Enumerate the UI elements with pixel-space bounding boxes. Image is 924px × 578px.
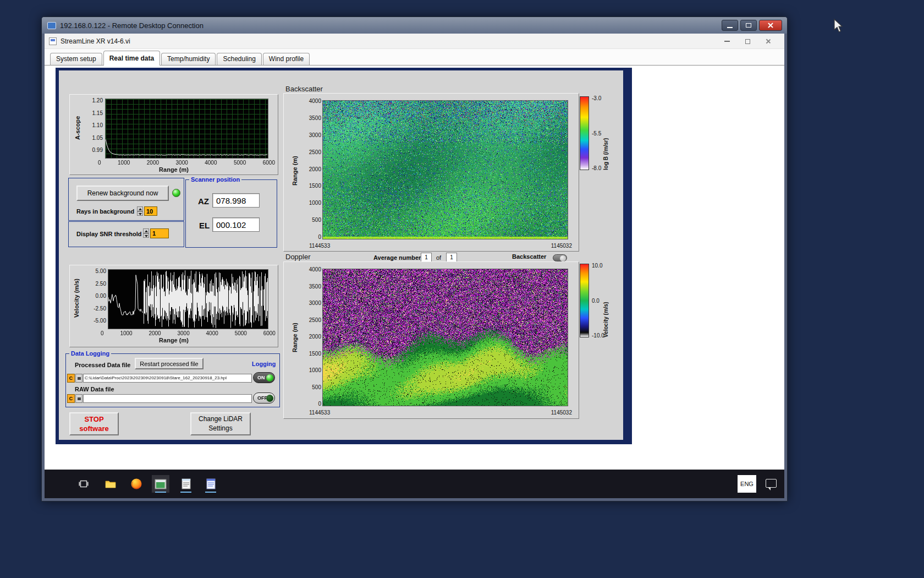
tick-label: 2500 bbox=[309, 149, 321, 155]
average-total-field[interactable]: 1 bbox=[446, 253, 457, 262]
change-line2: Settings bbox=[208, 424, 232, 433]
rdp-minimize-button[interactable] bbox=[722, 20, 738, 31]
tick-label: 2000 bbox=[147, 160, 159, 166]
tick-label: 0 bbox=[318, 401, 321, 407]
doppler-x-ticks: 1144533 1145032 bbox=[309, 410, 572, 416]
app-titlebar[interactable]: StreamLine XR v14-6.vi bbox=[45, 34, 784, 49]
ascope-x-ticks: 0 1000 2000 3000 4000 5000 6000 bbox=[98, 160, 275, 166]
tick-label: -5.00 bbox=[94, 318, 106, 324]
increment-button[interactable] bbox=[137, 206, 143, 211]
backscatter-title: Backscatter bbox=[285, 85, 323, 93]
app-maximize-icon[interactable] bbox=[745, 39, 750, 44]
tab-scheduling[interactable]: Scheduling bbox=[217, 53, 261, 65]
scan-scheduler-button[interactable] bbox=[177, 475, 195, 493]
tick-label: 3000 bbox=[309, 132, 321, 138]
minimize-icon bbox=[727, 27, 733, 28]
tick-label: 3000 bbox=[178, 330, 190, 336]
average-number-field[interactable]: 1 bbox=[421, 253, 432, 262]
tick-label: 0 bbox=[318, 234, 321, 240]
tick-label: 0 bbox=[98, 160, 101, 166]
velocity-x-axis-label: Range (m) bbox=[70, 337, 278, 343]
doppler-colorbar-label: Velocity (m/s) bbox=[603, 264, 609, 337]
tick-label: 3500 bbox=[309, 283, 321, 290]
display-snr-threshold-label: Display SNR threshold bbox=[76, 231, 142, 237]
rays-in-background-field[interactable]: 10 bbox=[144, 206, 157, 216]
logging-off-led bbox=[266, 395, 273, 402]
tick-label: 1000 bbox=[309, 367, 321, 373]
language-indicator[interactable]: ENG bbox=[738, 475, 756, 493]
streamline-app-icon bbox=[155, 479, 167, 489]
tick-label: 4000 bbox=[309, 98, 321, 104]
rdp-close-button[interactable] bbox=[759, 20, 782, 31]
tab-temp-humidity[interactable]: Temp/humidity bbox=[161, 53, 216, 65]
taskbar: ENG bbox=[45, 470, 784, 498]
tick-label: 1500 bbox=[309, 183, 321, 189]
app-content: A-scope 1.20 1.15 1.10 1.05 0.99 0 bbox=[45, 66, 784, 470]
renew-background-button[interactable]: Renew background now bbox=[76, 186, 169, 201]
processed-logging-toggle[interactable]: ON bbox=[253, 372, 275, 383]
raw-path-drive[interactable]: C bbox=[67, 394, 75, 403]
ascope-plot-panel: A-scope 1.20 1.15 1.10 1.05 0.99 0 bbox=[69, 94, 278, 175]
app-title: StreamLine XR v14-6.vi bbox=[61, 37, 130, 45]
tick-label: 3500 bbox=[309, 115, 321, 121]
active-app-indicator bbox=[155, 492, 166, 493]
tick-label: 2.50 bbox=[96, 281, 106, 287]
tick-label: -2.50 bbox=[94, 306, 106, 312]
tick-label: 2500 bbox=[309, 317, 321, 323]
tick-label: 5.00 bbox=[96, 268, 106, 274]
tick-label: 1000 bbox=[118, 160, 130, 166]
tick-label: 0 bbox=[101, 330, 104, 336]
tick-label: 1145032 bbox=[551, 410, 572, 416]
close-icon bbox=[767, 22, 774, 29]
processed-path-browse-icon[interactable] bbox=[75, 374, 82, 383]
raw-path-field[interactable] bbox=[83, 394, 252, 403]
backscatter-y-ticks: 4000 3500 3000 2500 2000 1500 1000 500 0 bbox=[302, 98, 321, 240]
az-field[interactable]: 078.998 bbox=[212, 193, 260, 208]
feedback-chat-icon[interactable] bbox=[766, 479, 777, 488]
tab-wind-profile[interactable]: Wind profile bbox=[263, 53, 310, 65]
tab-system-setup[interactable]: System setup bbox=[50, 53, 102, 65]
doppler-colorbar-group: 10.0 0.0 -10.0 Velocity (m/s) bbox=[580, 264, 619, 341]
file-explorer-button[interactable] bbox=[102, 475, 119, 493]
el-field[interactable]: 000.102 bbox=[212, 217, 260, 232]
logging-label: Logging bbox=[252, 361, 276, 367]
firefox-button[interactable] bbox=[128, 475, 145, 493]
tick-label: 6000 bbox=[263, 330, 276, 336]
raw-path-browse-icon[interactable] bbox=[75, 394, 82, 403]
restart-processed-file-button[interactable]: Restart processed file bbox=[135, 358, 204, 369]
rdp-maximize-button[interactable] bbox=[740, 20, 757, 31]
decrement-button[interactable] bbox=[143, 233, 149, 238]
ascope-y-axis-label: A-scope bbox=[74, 105, 81, 151]
on-label: ON bbox=[257, 375, 265, 380]
el-label: EL bbox=[199, 221, 210, 230]
tab-bar: System setup Real time data Temp/humidit… bbox=[45, 49, 784, 66]
scanner-position-group: Scanner position AZ 078.998 EL 000.102 bbox=[185, 179, 277, 248]
desktop: 192.168.0.122 - Remote Desktop Connectio… bbox=[0, 0, 924, 578]
notes-button[interactable] bbox=[202, 475, 219, 493]
maximize-icon bbox=[746, 23, 751, 28]
processed-path-field[interactable]: C:\Lidar\Data\Proc\2023\202309\20230918\… bbox=[83, 374, 252, 383]
tab-real-time-data[interactable]: Real time data bbox=[103, 51, 160, 66]
remote-desktop: StreamLine XR v14-6.vi System setup Real… bbox=[45, 34, 784, 498]
file-explorer-icon bbox=[105, 479, 116, 489]
rdp-titlebar[interactable]: 192.168.0.122 - Remote Desktop Connectio… bbox=[42, 17, 787, 34]
rays-spinner bbox=[137, 206, 143, 216]
app-minimize-icon[interactable] bbox=[724, 41, 730, 42]
backscatter-toggle[interactable] bbox=[553, 254, 567, 261]
raw-logging-toggle[interactable]: OFF bbox=[253, 392, 275, 403]
tick-label: 3000 bbox=[176, 160, 188, 166]
snr-threshold-field[interactable]: 1 bbox=[150, 228, 169, 238]
doppler-title: Doppler bbox=[285, 253, 311, 261]
decrement-button[interactable] bbox=[137, 211, 143, 216]
stop-software-button[interactable]: STOP software bbox=[69, 412, 119, 435]
rdp-window: 192.168.0.122 - Remote Desktop Connectio… bbox=[41, 17, 788, 501]
increment-button[interactable] bbox=[143, 228, 149, 233]
streamline-app-button[interactable] bbox=[152, 475, 169, 493]
processed-path-drive[interactable]: C bbox=[67, 374, 75, 383]
app-close-icon[interactable] bbox=[766, 39, 771, 44]
backscatter-colorbar-group: -3.0 -5.5 -8.0 log B (/m/sr) bbox=[580, 96, 619, 173]
tick-label: 2000 bbox=[309, 166, 321, 172]
snr-spinner bbox=[143, 228, 149, 238]
task-view-button[interactable] bbox=[75, 475, 92, 493]
change-lidar-settings-button[interactable]: Change LiDAR Settings bbox=[190, 412, 251, 435]
